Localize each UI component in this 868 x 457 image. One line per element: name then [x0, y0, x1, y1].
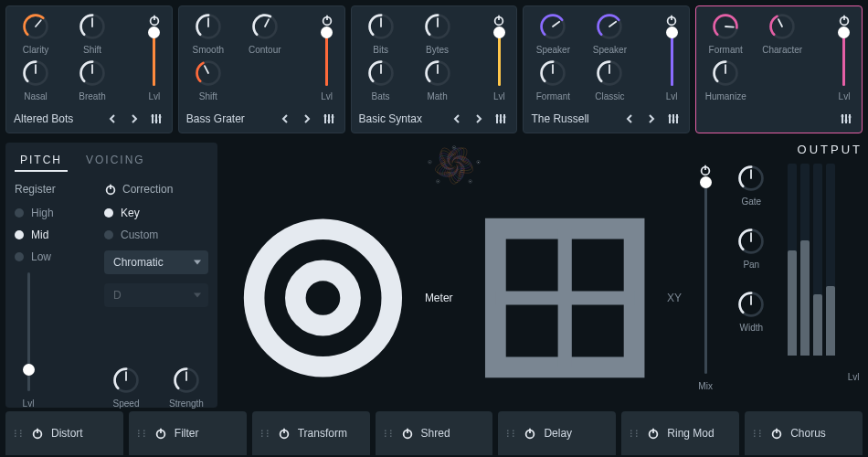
speaker-knob[interactable]: Speaker [587, 12, 631, 55]
next-preset-button[interactable] [471, 111, 487, 127]
classic-knob[interactable]: Classic [587, 58, 631, 101]
voice-module-1[interactable]: SmoothContourShift LvlBass Grater [178, 5, 345, 133]
mode-xy[interactable]: XY [468, 188, 682, 408]
preset-name[interactable]: Altered Bots [14, 112, 99, 125]
drag-handle-icon[interactable]: ⫶⫶ [259, 427, 270, 440]
power-icon[interactable] [699, 164, 712, 176]
power-icon[interactable] [154, 427, 167, 440]
drag-handle-icon[interactable]: ⫶⫶ [383, 427, 394, 440]
power-icon[interactable] [770, 427, 783, 440]
pitch-level-slider[interactable]: Lvl [15, 272, 42, 409]
voice-module-2[interactable]: BitsBytesBatsMath LvlBasic Syntax [351, 5, 518, 133]
mix-slider[interactable]: Mix [691, 164, 720, 391]
formant-knob[interactable]: Formant [704, 12, 747, 55]
svg-point-18 [154, 120, 157, 122]
fx-ring-mod[interactable]: ⫶⫶ Ring Mod [621, 411, 739, 455]
power-icon[interactable] [321, 14, 333, 27]
power-icon[interactable] [31, 427, 44, 440]
fx-chorus[interactable]: ⫶⫶ Chorus [745, 411, 863, 455]
voice-module-3[interactable]: SpeakerSpeakerFormantClassic LvlThe Russ… [523, 5, 690, 133]
character-knob[interactable]: Character [760, 12, 804, 55]
contour-knob[interactable]: Contour [243, 12, 287, 55]
register-low[interactable]: Low [15, 250, 88, 263]
prev-preset-button[interactable] [104, 111, 121, 127]
sliders-icon[interactable] [665, 111, 682, 127]
node-v: V [429, 161, 431, 163]
fx-name: Chorus [790, 427, 826, 440]
humanize-knob[interactable]: Humanize [704, 58, 747, 101]
voice-level-slider[interactable]: Lvl [660, 14, 683, 101]
shift-knob[interactable]: Shift [186, 58, 230, 101]
sliders-icon[interactable] [148, 111, 164, 127]
preset-name[interactable]: Basic Syntax [359, 112, 444, 125]
breath-knob[interactable]: Breath [70, 58, 114, 101]
drag-handle-icon[interactable]: ⫶⫶ [505, 427, 516, 440]
width-knob[interactable]: Width [729, 290, 773, 333]
nasal-knob[interactable]: Nasal [14, 58, 58, 101]
voice-level-slider[interactable]: Lvl [143, 14, 166, 101]
prev-preset-button[interactable] [449, 111, 465, 127]
register-mid[interactable]: Mid [15, 228, 88, 241]
drag-handle-icon[interactable]: ⫶⫶ [752, 427, 763, 440]
next-preset-button[interactable] [299, 111, 315, 127]
svg-line-2 [36, 20, 41, 27]
correction-header: Correction [104, 183, 208, 196]
voice-level-slider[interactable]: Lvl [832, 14, 856, 101]
bats-knob[interactable]: Bats [359, 58, 403, 101]
output-lvl-label: Lvl [848, 372, 860, 382]
pan-knob[interactable]: Pan [729, 227, 773, 270]
bytes-knob[interactable]: Bytes [416, 12, 460, 55]
meter-icon [227, 188, 419, 408]
register-high[interactable]: High [15, 207, 88, 219]
visualizer[interactable]: P B C T V Meter XY [227, 143, 682, 408]
mode-key[interactable]: Key [104, 207, 208, 219]
scale-select[interactable]: Chromatic [104, 250, 208, 274]
next-preset-button[interactable] [126, 111, 143, 127]
power-icon[interactable] [492, 14, 505, 27]
voice-level-slider[interactable]: Lvl [487, 14, 511, 101]
power-icon[interactable] [647, 427, 660, 440]
drag-handle-icon[interactable]: ⫶⫶ [629, 427, 640, 440]
output-meter-1 [788, 164, 797, 356]
preset-name[interactable]: The Russell [531, 112, 616, 125]
next-preset-button[interactable] [643, 111, 660, 127]
fx-shred[interactable]: ⫶⫶ Shred [376, 411, 493, 455]
power-icon[interactable] [148, 14, 161, 27]
tab-voicing[interactable]: VOICING [80, 150, 151, 172]
fx-filter[interactable]: ⫶⫶ Filter [129, 411, 247, 455]
math-knob[interactable]: Math [416, 58, 460, 101]
shift-knob[interactable]: Shift [70, 12, 114, 55]
power-icon[interactable] [401, 427, 414, 440]
voice-module-0[interactable]: ClarityShiftNasalBreath LvlAltered Bots [5, 5, 173, 133]
power-icon[interactable] [524, 427, 536, 440]
root-select[interactable]: D [104, 283, 208, 307]
voice-level-slider[interactable]: Lvl [315, 14, 339, 101]
drag-handle-icon[interactable]: ⫶⫶ [136, 427, 147, 440]
sliders-icon[interactable] [492, 111, 509, 127]
formant-knob[interactable]: Formant [531, 58, 575, 101]
fx-delay[interactable]: ⫶⫶ Delay [498, 411, 616, 455]
smooth-knob[interactable]: Smooth [186, 12, 230, 55]
voice-module-4[interactable]: FormantCharacterHumanize Lvl [695, 5, 863, 133]
gate-knob[interactable]: Gate [729, 164, 773, 207]
clarity-knob[interactable]: Clarity [14, 12, 58, 55]
speed-knob[interactable]: Speed [104, 366, 148, 409]
tab-pitch[interactable]: PITCH [15, 150, 68, 172]
mode-meter[interactable]: Meter [227, 188, 453, 408]
preset-name[interactable]: Bass Grater [186, 112, 271, 125]
speaker-knob[interactable]: Speaker [531, 12, 575, 55]
power-icon[interactable] [838, 14, 851, 27]
fx-transform[interactable]: ⫶⫶ Transform [252, 411, 370, 455]
sliders-icon[interactable] [321, 111, 337, 127]
bits-knob[interactable]: Bits [359, 12, 403, 55]
power-icon[interactable] [104, 183, 117, 196]
mode-custom[interactable]: Custom [104, 228, 208, 241]
sliders-icon[interactable] [838, 111, 854, 127]
power-icon[interactable] [665, 14, 678, 27]
strength-knob[interactable]: Strength [164, 366, 208, 409]
drag-handle-icon[interactable]: ⫶⫶ [13, 427, 24, 440]
prev-preset-button[interactable] [277, 111, 293, 127]
power-icon[interactable] [278, 427, 291, 440]
fx-distort[interactable]: ⫶⫶ Distort [5, 411, 123, 455]
prev-preset-button[interactable] [621, 111, 638, 127]
